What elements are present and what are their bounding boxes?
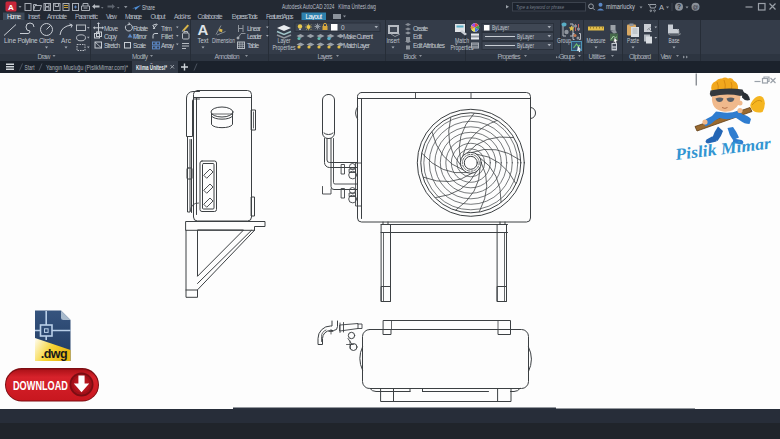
svg-text:Pislik Mimar: Pislik Mimar — [673, 133, 772, 164]
svg-text:.dwg: .dwg — [41, 347, 67, 361]
svg-text:DOWNLOAD: DOWNLOAD — [13, 378, 68, 393]
